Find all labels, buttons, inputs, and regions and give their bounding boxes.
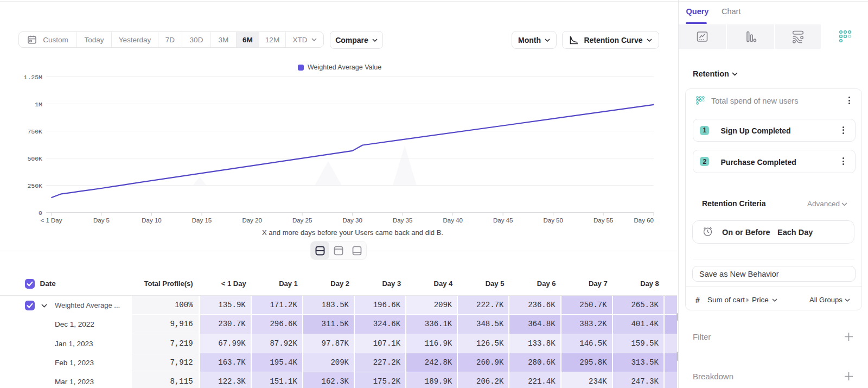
svg-text:Day 45: Day 45: [493, 217, 513, 224]
svg-text:Day 55: Day 55: [593, 217, 613, 224]
svg-text:Day 50: Day 50: [543, 217, 563, 224]
svg-text:500K: 500K: [27, 155, 42, 162]
svg-text:Day 60: Day 60: [634, 217, 654, 224]
svg-text:Day 25: Day 25: [292, 217, 312, 224]
svg-text:Day 35: Day 35: [393, 217, 412, 224]
svg-text:Day 40: Day 40: [443, 217, 462, 224]
svg-text:750K: 750K: [27, 128, 42, 135]
svg-text:0: 0: [39, 209, 42, 217]
svg-text:250K: 250K: [27, 182, 42, 189]
svg-text:1M: 1M: [35, 101, 42, 108]
svg-text:Day 5: Day 5: [93, 217, 110, 224]
svg-text:Day 15: Day 15: [192, 217, 212, 224]
svg-text:Day 30: Day 30: [342, 217, 362, 224]
svg-text:1.25M: 1.25M: [23, 74, 42, 81]
svg-text:< 1 Day: < 1 Day: [41, 217, 62, 224]
svg-text:Day 20: Day 20: [242, 217, 261, 224]
svg-text:Day 10: Day 10: [142, 217, 161, 224]
